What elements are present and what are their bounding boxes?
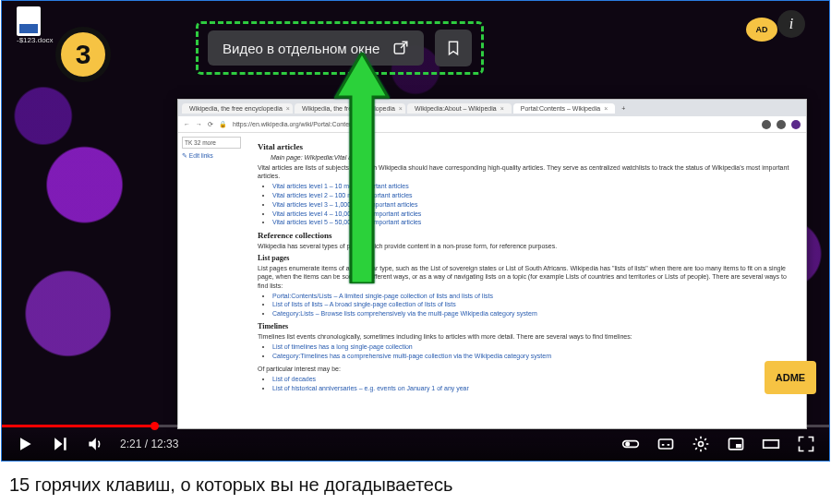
autoplay-toggle[interactable] bbox=[620, 434, 641, 454]
next-button[interactable] bbox=[50, 434, 70, 454]
address-bar[interactable]: ← → ⟳ 🔒 https://en.wikipedia.org/wiki/Po… bbox=[178, 116, 806, 133]
desktop-file: -$123.docx bbox=[17, 6, 54, 44]
external-window-icon bbox=[392, 40, 409, 56]
close-icon[interactable]: × bbox=[500, 105, 504, 112]
extension-icons bbox=[762, 120, 801, 129]
settings-button[interactable] bbox=[691, 434, 711, 454]
time-display: 2:21 / 12:33 bbox=[120, 438, 178, 450]
tab[interactable]: Wikipedia, the free encyclopedia× bbox=[182, 103, 293, 114]
new-tab-button[interactable]: + bbox=[617, 105, 630, 112]
sidebar-edit-links[interactable]: ✎ Edit links bbox=[182, 152, 241, 160]
extension-icon[interactable] bbox=[777, 120, 786, 129]
fullscreen-button[interactable] bbox=[796, 434, 816, 454]
reload-icon[interactable]: ⟳ bbox=[208, 121, 213, 128]
info-card-icon[interactable]: i bbox=[777, 10, 805, 38]
channel-logo: AD bbox=[746, 18, 777, 42]
video-title[interactable]: 15 горячих клавиш, о которых вы не догад… bbox=[0, 462, 831, 496]
extension-icon[interactable] bbox=[762, 120, 771, 129]
svg-rect-8 bbox=[764, 440, 779, 448]
tab-active[interactable]: Portal:Contents – Wikipedia× bbox=[513, 103, 615, 114]
wiki-sidebar: TK 32 more ✎ Edit links bbox=[178, 133, 245, 428]
svg-rect-4 bbox=[659, 439, 673, 449]
extension-icon[interactable] bbox=[791, 120, 801, 129]
picture-in-picture-button[interactable]: Видео в отдельном окне bbox=[208, 30, 424, 66]
video-player[interactable]: -$123.docx 3 AD i Видео в отдельном окне bbox=[2, 1, 829, 461]
annotation-arrow bbox=[334, 53, 390, 287]
close-icon[interactable]: × bbox=[399, 105, 403, 112]
svg-point-5 bbox=[699, 442, 704, 447]
lock-icon: 🔒 bbox=[219, 121, 227, 128]
captions-button[interactable] bbox=[656, 434, 676, 454]
nav-back-icon[interactable]: ← bbox=[184, 121, 190, 127]
bookmark-icon bbox=[445, 39, 462, 57]
svg-marker-1 bbox=[336, 53, 388, 283]
nav-forward-icon[interactable]: → bbox=[196, 121, 202, 127]
close-icon[interactable]: × bbox=[604, 105, 608, 112]
tab[interactable]: Wikipedia:About – Wikipedia× bbox=[407, 103, 512, 114]
desktop-filename: -$123.docx bbox=[17, 36, 54, 44]
browser-window: Wikipedia, the free encyclopedia× Wikipe… bbox=[177, 99, 807, 429]
docx-icon bbox=[17, 6, 41, 36]
svg-point-3 bbox=[625, 442, 630, 447]
sidebar-box: TK 32 more bbox=[182, 137, 241, 149]
step-number-badge: 3 bbox=[55, 27, 111, 82]
player-controls: 2:21 / 12:33 bbox=[2, 427, 829, 461]
adme-watermark: ADME bbox=[765, 361, 816, 394]
close-icon[interactable]: × bbox=[286, 105, 290, 112]
volume-button[interactable] bbox=[85, 434, 105, 454]
miniplayer-button[interactable] bbox=[726, 434, 746, 454]
tab-strip: Wikipedia, the free encyclopedia× Wikipe… bbox=[178, 100, 806, 116]
url-text[interactable]: https://en.wikipedia.org/wiki/Portal:Con… bbox=[233, 121, 756, 127]
heading-timelines: Timelines bbox=[258, 322, 793, 330]
bookmark-button[interactable] bbox=[435, 30, 472, 66]
wiki-content: Vital articles Main page: Wikipedia:Vita… bbox=[245, 133, 806, 428]
play-button[interactable] bbox=[15, 434, 35, 454]
svg-rect-7 bbox=[736, 444, 741, 448]
theater-button[interactable] bbox=[761, 434, 781, 454]
